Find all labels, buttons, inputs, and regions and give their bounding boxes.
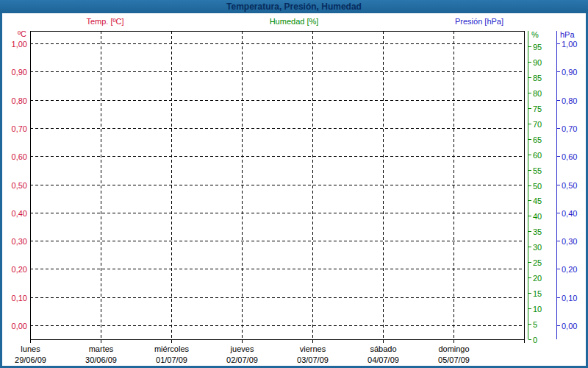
humidity-axis-tick-label: 0 <box>533 336 537 344</box>
x-axis-day-label: sábado <box>370 344 396 353</box>
humidity-axis-tick-label: 55 <box>533 166 542 175</box>
pressure-axis-tick-label: 0,80 <box>562 96 577 105</box>
pressure-axis-tick-label: 0,90 <box>562 68 577 77</box>
temp-axis-tick-label: 0,90 <box>12 68 27 77</box>
humidity-axis-tick-label: 25 <box>533 258 542 267</box>
temp-axis-tick-label: 0,30 <box>12 237 27 246</box>
x-axis-date-label: 30/06/09 <box>85 355 117 364</box>
pressure-axis-tick-label: 0,30 <box>562 237 577 246</box>
pressure-axis-tick-label: 0,40 <box>562 209 577 218</box>
x-axis-date-label: 04/07/09 <box>368 355 399 364</box>
pressure-axis-tick-label: 0,10 <box>562 294 577 302</box>
pressure-axis-tick-label: 0,70 <box>562 124 577 133</box>
humidity-axis-tick-label: 10 <box>533 305 542 314</box>
pressure-axis-tick-label: 0,50 <box>562 181 577 190</box>
humidity-axis-tick-label: 35 <box>533 227 542 236</box>
humidity-axis-tick-label: 5 <box>533 320 537 329</box>
pressure-axis-tick-label: 0,20 <box>562 265 577 274</box>
temp-axis-tick-label: 1,00 <box>12 40 27 49</box>
temp-axis-tick-label: 0,40 <box>12 209 27 218</box>
temp-axis-tick-label: 0,10 <box>12 294 27 302</box>
temp-axis-tick-label: 0,70 <box>12 124 27 133</box>
humidity-axis-unit-label: % <box>531 30 539 39</box>
legend-pressure: Presión [hPa] <box>455 17 503 26</box>
humidity-axis-tick-label: 80 <box>533 89 542 98</box>
window-title: Temperatura, Presión, Humedad <box>226 1 362 12</box>
temp-axis-tick-label: 0,00 <box>12 322 27 330</box>
x-axis-date-label: 05/07/09 <box>438 355 470 364</box>
temp-axis-tick-label: 0,80 <box>12 96 27 105</box>
pressure-axis-tick-label: 1,00 <box>562 40 577 49</box>
temp-axis-tick-label: 0,60 <box>12 152 27 161</box>
x-axis-date-label: 03/07/09 <box>297 355 329 364</box>
humidity-axis-tick-label: 75 <box>533 105 542 113</box>
x-axis-date-label: 01/07/09 <box>156 355 187 364</box>
x-axis-date-label: 02/07/09 <box>226 355 258 364</box>
humidity-axis-tick-label: 40 <box>533 212 542 221</box>
humidity-axis-tick-label: 15 <box>533 289 542 298</box>
chart-canvas: 0,000,000,100,100,200,200,300,300,400,40… <box>0 0 588 368</box>
temp-axis-unit-label: ºC <box>18 29 26 38</box>
pressure-axis-unit-label: hPa <box>560 30 575 39</box>
x-axis-day-label: viernes <box>300 344 326 353</box>
pressure-axis-tick-label: 0,00 <box>562 322 577 330</box>
humidity-axis-tick-label: 30 <box>533 243 542 252</box>
humidity-axis-tick-label: 70 <box>533 120 542 129</box>
humidity-axis-tick-label: 95 <box>533 43 542 52</box>
humidity-axis-tick-label: 50 <box>533 182 542 191</box>
temp-axis-tick-label: 0,50 <box>12 181 27 190</box>
legend-humidity: Humedad [%] <box>270 17 319 26</box>
humidity-axis-tick-label: 65 <box>533 135 542 144</box>
x-axis-day-label: domingo <box>438 344 469 353</box>
humidity-axis-tick-label: 45 <box>533 197 542 205</box>
x-axis-day-label: miércoles <box>154 344 190 353</box>
title-bar: Temperatura, Presión, Humedad <box>0 0 588 13</box>
humidity-axis-tick-label: 85 <box>533 74 542 82</box>
humidity-axis-tick-label: 90 <box>533 58 542 67</box>
x-axis-day-label: jueves <box>230 344 254 353</box>
temp-axis-tick-label: 0,20 <box>12 265 27 274</box>
humidity-axis-tick-label: 20 <box>533 274 542 283</box>
app-window: Temperatura, Presión, Humedad Temp. [ºC]… <box>0 0 588 368</box>
humidity-axis-tick-label: 60 <box>533 151 542 160</box>
x-axis-date-label: 29/06/09 <box>15 355 46 364</box>
window-border-left <box>0 0 2 368</box>
x-axis-day-label: martes <box>89 344 114 353</box>
x-axis-day-label: lunes <box>21 344 40 353</box>
legend-temperature: Temp. [ºC] <box>86 17 123 26</box>
pressure-axis-tick-label: 0,60 <box>562 152 577 161</box>
